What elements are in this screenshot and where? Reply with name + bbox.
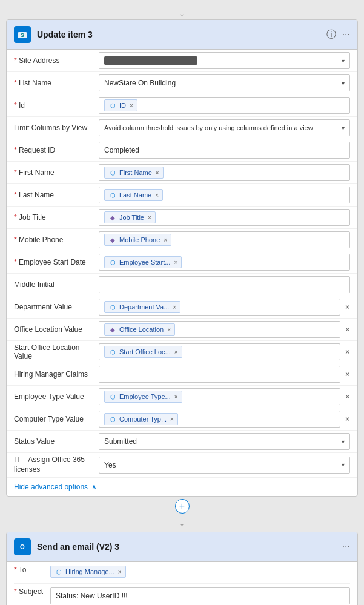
label-middle-initial: Middle Initial [14, 280, 99, 289]
value-start-office-location: ⬡ Start Office Loc... × × [99, 343, 350, 360]
id-chip-icon: ⬡ [108, 101, 117, 110]
department-value-clear[interactable]: × [345, 302, 350, 312]
subject-text: Status: New UserID !!! [56, 592, 128, 600]
last-name-chip-close[interactable]: × [155, 192, 159, 199]
limit-columns-value: Avoid column threshold issues by only us… [104, 124, 313, 131]
form-row-employee-type: Employee Type Value ⬡ Employee Type... ×… [7, 386, 357, 408]
hiring-manager-claims-clear[interactable]: × [345, 369, 350, 379]
id-input[interactable]: ⬡ ID × [99, 97, 350, 114]
office-location-input[interactable]: ◆ Office Location × [99, 321, 340, 338]
dept-chip-icon: ⬡ [108, 303, 117, 311]
mobile-phone-input[interactable]: ◆ Mobile Phone × [99, 231, 350, 248]
office-loc-chip-close[interactable]: × [167, 326, 171, 333]
value-it-assign: Yes ▾ [99, 457, 350, 474]
form-row-office-location: Office Location Value ◆ Office Location … [7, 319, 357, 341]
computer-type-chip-close[interactable]: × [170, 416, 174, 423]
dept-chip-label: Department Va... [119, 303, 169, 311]
employee-start-date-chip-label: Employee Start... [119, 259, 170, 266]
label-office-location: Office Location Value [14, 325, 99, 334]
hiring-manager-claims-input[interactable] [99, 366, 340, 383]
form-row-job-title: Job Title ◆ Job Title × [7, 207, 357, 229]
employee-type-chip-label: Employee Type... [119, 393, 171, 400]
more-options-icon[interactable]: ··· [342, 29, 350, 40]
to-chip-close[interactable]: × [118, 569, 122, 575]
label-hiring-manager-claims: Hiring Manager Claims [14, 370, 99, 379]
hide-advanced-toggle[interactable]: Hide advanced options ∧ [7, 477, 357, 496]
label-department-value: Department Value [14, 303, 99, 311]
form-row-start-office-location: Start Office Location Value ⬡ Start Offi… [7, 341, 357, 363]
last-name-input[interactable]: ⬡ Last Name × [99, 187, 350, 203]
start-office-location-input[interactable]: ⬡ Start Office Loc... × [99, 343, 340, 360]
id-chip-label: ID [119, 102, 126, 109]
update-item-card: S Update item 3 ⓘ ··· Site Address blurr… [6, 19, 358, 497]
send-email-card: O Send an email (V2) 3 ··· To ⬡ Hiring M… [6, 532, 358, 605]
department-value-input[interactable]: ⬡ Department Va... × [99, 299, 340, 316]
plus-connector: + ↓ [6, 497, 358, 532]
card2-title: Send an email (V2) 3 [37, 542, 342, 552]
start-office-loc-chip-close[interactable]: × [174, 349, 178, 355]
job-title-chip-close[interactable]: × [148, 214, 151, 221]
it-assign-dropdown[interactable]: Yes ▾ [99, 457, 350, 474]
status-value-dropdown[interactable]: Submitted ▾ [99, 433, 350, 450]
value-id: ⬡ ID × [99, 97, 350, 114]
label-request-id: Request ID [14, 146, 99, 154]
employee-start-date-chip-close[interactable]: × [174, 259, 177, 266]
department-value-chip: ⬡ Department Va... × [104, 301, 180, 313]
employee-type-chip-close[interactable]: × [174, 394, 178, 400]
card1-header-icons: ⓘ ··· [326, 28, 350, 41]
request-id-input[interactable]: Completed [99, 142, 350, 159]
form-row-computer-type: Computer Type Value ⬡ Computer Typ... × … [7, 408, 357, 431]
label-employee-type: Employee Type Value [14, 392, 99, 401]
office-location-clear[interactable]: × [345, 325, 350, 334]
list-name-dropdown[interactable]: NewStare On Building ▾ [99, 74, 350, 91]
status-value-arrow: ▾ [342, 438, 345, 445]
office-location-chip: ◆ Office Location × [104, 323, 175, 336]
email-body: To ⬡ Hiring Manage... × Subject Status: … [7, 562, 357, 605]
down-arrow-icon: ↓ [179, 6, 185, 19]
value-office-location: ◆ Office Location × × [99, 321, 350, 338]
to-chip: ⬡ Hiring Manage... × [50, 566, 126, 578]
computer-type-chip-icon: ⬡ [108, 415, 117, 423]
mobile-phone-chip-close[interactable]: × [164, 237, 167, 243]
id-chip-close[interactable]: × [130, 102, 133, 109]
computer-type-chip-label: Computer Typ... [119, 415, 167, 423]
limit-columns-dropdown[interactable]: Avoid column threshold issues by only us… [99, 119, 350, 136]
site-address-dropdown[interactable]: blurred ▾ [99, 52, 350, 69]
first-name-chip-close[interactable]: × [156, 170, 159, 176]
subject-input[interactable]: Status: New UserID !!! [50, 587, 350, 604]
first-name-input[interactable]: ⬡ First Name × [99, 164, 350, 181]
start-office-loc-chip: ⬡ Start Office Loc... × [104, 346, 182, 358]
email-row-subject: Subject Status: New UserID !!! [14, 584, 350, 605]
label-list-name: List Name [14, 79, 99, 87]
label-last-name: Last Name [14, 191, 99, 199]
label-site-address: Site Address [14, 56, 99, 65]
value-list-name: NewStare On Building ▾ [99, 74, 350, 91]
employee-start-date-input[interactable]: ⬡ Employee Start... × [99, 254, 350, 271]
form-row-limit-columns: Limit Columns by View Avoid column thres… [7, 117, 357, 139]
add-step-button[interactable]: + [175, 499, 190, 514]
value-computer-type: ⬡ Computer Typ... × × [99, 411, 350, 428]
mobile-phone-chip: ◆ Mobile Phone × [104, 234, 171, 246]
form-row-list-name: List Name NewStare On Building ▾ [7, 72, 357, 94]
dept-chip-close[interactable]: × [173, 304, 176, 311]
form-row-last-name: Last Name ⬡ Last Name × [7, 184, 357, 207]
computer-type-clear[interactable]: × [345, 414, 350, 424]
card2-more-icon[interactable]: ··· [342, 541, 350, 552]
middle-initial-input[interactable] [99, 276, 350, 293]
to-chip-label: Hiring Manage... [65, 568, 114, 575]
form-row-middle-initial: Middle Initial [7, 274, 357, 296]
down-arrow-2-icon: ↓ [179, 516, 185, 529]
last-name-chip-label: Last Name [119, 191, 151, 199]
email-value-to: ⬡ Hiring Manage... × [50, 566, 350, 578]
employee-type-input[interactable]: ⬡ Employee Type... × [99, 388, 340, 405]
to-chip-icon: ⬡ [55, 567, 63, 576]
computer-type-input[interactable]: ⬡ Computer Typ... × [99, 411, 340, 428]
info-icon[interactable]: ⓘ [326, 28, 336, 41]
update-item-form: Site Address blurred ▾ List Name NewStar… [7, 50, 357, 496]
value-employee-type: ⬡ Employee Type... × × [99, 388, 350, 405]
employee-type-clear[interactable]: × [345, 392, 350, 402]
form-row-it-assign: IT – Assign Office 365 licenses Yes ▾ [7, 453, 357, 477]
start-office-loc-chip-label: Start Office Loc... [119, 348, 171, 355]
job-title-input[interactable]: ◆ Job Title × [99, 209, 350, 226]
start-office-location-clear[interactable]: × [345, 347, 350, 357]
